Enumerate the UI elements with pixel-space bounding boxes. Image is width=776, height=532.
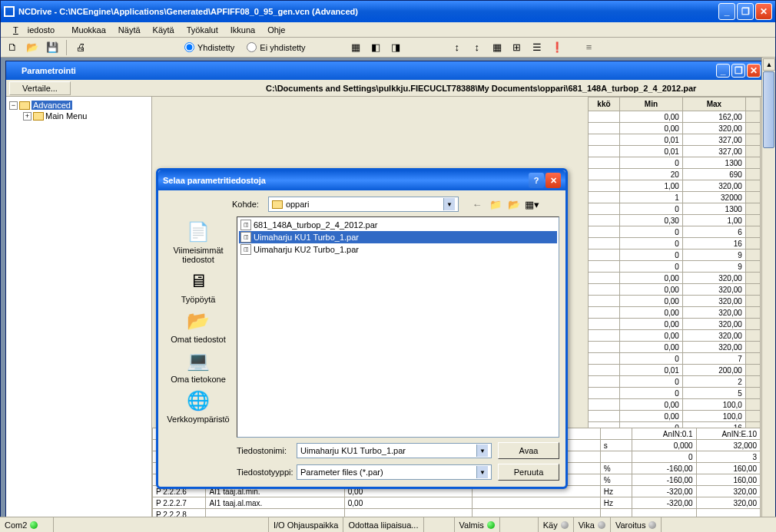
menu-help[interactable]: Ohje xyxy=(263,24,290,36)
save-icon[interactable]: 💾 xyxy=(44,39,61,56)
table-row[interactable]: 09 xyxy=(589,249,761,261)
tool-icon-10[interactable]: ≡ xyxy=(581,39,598,56)
tool-icon-4[interactable]: ↕ xyxy=(449,39,466,56)
tool-icon-6[interactable]: ▦ xyxy=(489,39,506,56)
scroll-up-icon[interactable]: ▲ xyxy=(763,58,775,71)
scroll-thumb[interactable] xyxy=(763,71,774,148)
table-row[interactable]: 0,301,00 xyxy=(589,215,761,226)
maximize-button[interactable]: ❐ xyxy=(737,3,754,20)
open-button[interactable]: Avaa xyxy=(498,442,559,459)
tool-icon-1[interactable]: ▦ xyxy=(347,39,364,56)
radio-disconnected[interactable]: Ei yhdistetty xyxy=(247,42,305,52)
table-row[interactable]: 01300 xyxy=(589,157,761,169)
col-max[interactable]: Max xyxy=(682,97,745,111)
minimize-button[interactable]: _ xyxy=(718,3,735,20)
dropdown-icon[interactable]: ▼ xyxy=(476,466,488,478)
table-row[interactable]: 0,00320,00 xyxy=(589,123,761,134)
filename-input[interactable]: Uimaharju KU1 Turbo_1.par ▼ xyxy=(297,443,492,458)
menu-window[interactable]: Ikkuna xyxy=(226,24,260,36)
dropdown-icon[interactable]: ▼ xyxy=(443,198,455,210)
place-mycomputer[interactable]: 💻 Oma tietokone xyxy=(171,349,226,384)
table-row[interactable]: 0,01327,00 xyxy=(589,134,761,146)
look-in-select[interactable]: oppari ▼ xyxy=(268,197,459,212)
table-row[interactable]: 02 xyxy=(589,376,761,388)
table-row[interactable]: P 2.2.2.7AI1 taaj.al.max.0,00Hz-320,0032… xyxy=(153,497,761,509)
file-item-selected[interactable]: ◫ Uimaharju KU1 Turbo_1.par xyxy=(239,231,557,243)
file-icon: ◫ xyxy=(240,220,251,230)
collapse-icon[interactable]: − xyxy=(9,101,18,110)
views-icon[interactable]: ▦▾ xyxy=(525,197,540,212)
led-icon xyxy=(487,521,495,529)
table-row[interactable]: 0,00162,00 xyxy=(589,111,761,123)
tree-root[interactable]: − Advanced xyxy=(9,100,148,111)
tool-icon-9[interactable]: ❗ xyxy=(549,39,565,56)
place-recent[interactable]: 📄 Viimeisimmät tiedostot xyxy=(164,220,232,264)
tool-icon-5[interactable]: ↕ xyxy=(469,39,486,56)
table-row[interactable]: 06 xyxy=(589,226,761,238)
tool-icon-8[interactable]: ☰ xyxy=(529,39,546,56)
new-folder-icon[interactable]: 📂 xyxy=(506,197,522,212)
filetype-select[interactable]: Parameter files (*.par) ▼ xyxy=(297,464,492,480)
table-row[interactable]: 0,00320,00 xyxy=(589,296,761,307)
tree-child[interactable]: + Main Menu xyxy=(23,111,148,121)
place-desktop[interactable]: 🖥 Työpöytä xyxy=(181,269,216,304)
param-maximize[interactable]: ❐ xyxy=(731,64,745,78)
param-close[interactable]: ✕ xyxy=(747,64,761,78)
workspace: Parametrointi _ ❐ ✕ Vertaile... C:\Docum… xyxy=(1,58,775,532)
table-row[interactable]: 1,00320,00 xyxy=(589,180,761,192)
col-min[interactable]: Min xyxy=(619,97,682,111)
cancel-button[interactable]: Peruuta xyxy=(498,464,559,481)
menu-use[interactable]: Käytä xyxy=(148,24,179,36)
table-row[interactable]: 0,00320,00 xyxy=(589,284,761,296)
table-row[interactable]: 0,01200,00 xyxy=(589,365,761,376)
dropdown-icon[interactable]: ▼ xyxy=(476,444,488,457)
file-list[interactable]: ◫ 681_148A_turbop_2_4_2012.par ◫ Uimahar… xyxy=(237,216,559,438)
led-icon xyxy=(561,521,569,529)
table-row[interactable]: 016 xyxy=(589,238,761,249)
new-icon[interactable]: 🗋 xyxy=(4,39,21,56)
dialog-titlebar[interactable]: Selaa parametritiedostoja ? ✕ xyxy=(158,170,565,190)
menu-tools[interactable]: Työkalut xyxy=(182,24,223,36)
table-row[interactable]: 0,01327,00 xyxy=(589,146,761,157)
open-icon[interactable]: 📂 xyxy=(24,39,41,56)
table-row[interactable]: 0,00320,00 xyxy=(589,307,761,319)
param-minimize[interactable]: _ xyxy=(716,64,730,78)
file-item[interactable]: ◫ Uimaharju KU2 Turbo_1.par xyxy=(239,243,557,256)
table-row[interactable]: 0,00320,00 xyxy=(589,342,761,353)
menu-file[interactable]: Tiedosto xyxy=(4,24,64,36)
places-sidebar: 📄 Viimeisimmät tiedostot 🖥 Työpöytä 📂 Om… xyxy=(164,216,232,438)
tree-panel: − Advanced + Main Menu xyxy=(6,97,152,520)
table-row[interactable]: 05 xyxy=(589,388,761,399)
table-row[interactable]: 0,00320,00 xyxy=(589,273,761,284)
tool-icon-2[interactable]: ◧ xyxy=(367,39,384,56)
table-row[interactable]: 09 xyxy=(589,261,761,273)
table-row[interactable]: 07 xyxy=(589,353,761,365)
print-icon[interactable]: 🖨 xyxy=(72,39,89,56)
file-item[interactable]: ◫ 681_148A_turbop_2_4_2012.par xyxy=(239,219,557,231)
tool-icon-3[interactable]: ◨ xyxy=(387,39,404,56)
up-icon[interactable]: 📁 xyxy=(488,197,503,212)
table-row[interactable]: 0,00100,0 xyxy=(589,411,761,422)
col-unit[interactable]: kkö xyxy=(589,97,620,111)
place-network[interactable]: 🌐 Verkkoympäristö xyxy=(167,388,229,424)
table-row[interactable]: 20690 xyxy=(589,169,761,180)
table-row[interactable]: 132000 xyxy=(589,192,761,203)
back-icon[interactable]: ← xyxy=(469,197,485,212)
compare-button[interactable]: Vertaile... xyxy=(9,81,71,95)
outer-titlebar[interactable]: NCDrive - C:\NCEngine\Applications\Gener… xyxy=(1,1,775,22)
table-row[interactable]: 0,00320,00 xyxy=(589,319,761,330)
dialog-help-button[interactable]: ? xyxy=(529,173,544,188)
tool-icon-7[interactable]: ⊞ xyxy=(509,39,526,56)
menu-edit[interactable]: Muokkaa xyxy=(67,24,111,36)
table-row[interactable]: 0,00100,0 xyxy=(589,399,761,411)
vertical-scrollbar[interactable]: ▲ ▼ xyxy=(761,58,775,532)
close-button[interactable]: ✕ xyxy=(755,3,772,20)
place-mydocs[interactable]: 📂 Omat tiedostot xyxy=(171,309,226,344)
param-titlebar[interactable]: Parametrointi _ ❐ ✕ xyxy=(6,61,764,80)
table-row[interactable]: 0,00320,00 xyxy=(589,330,761,342)
table-row[interactable]: 01300 xyxy=(589,203,761,215)
menu-view[interactable]: Näytä xyxy=(114,24,145,36)
expand-icon[interactable]: + xyxy=(23,112,32,121)
dialog-close-button[interactable]: ✕ xyxy=(546,173,561,188)
radio-connected[interactable]: Yhdistetty xyxy=(184,42,234,52)
